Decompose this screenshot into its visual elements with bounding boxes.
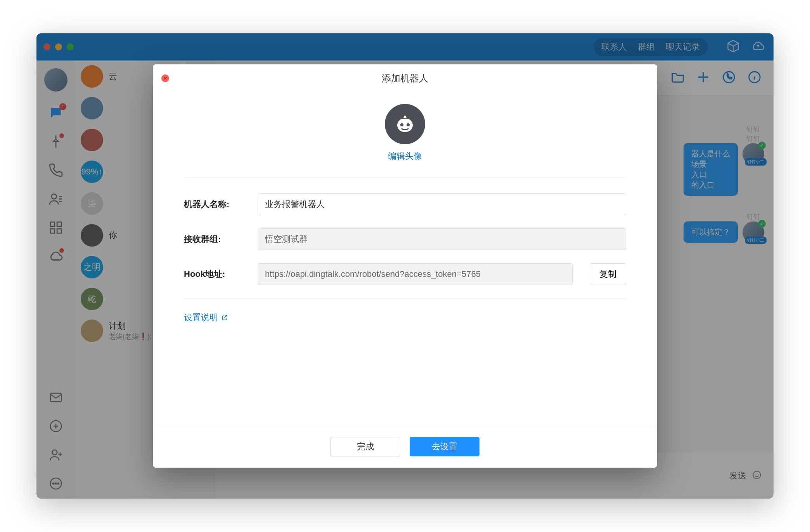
label-group: 接收群组: — [184, 233, 246, 245]
modal-header: ✕ 添加机器人 — [153, 64, 657, 92]
robot-name-input[interactable] — [258, 193, 626, 215]
done-button[interactable]: 完成 — [331, 437, 400, 456]
group-input — [258, 228, 626, 250]
settings-help-link[interactable]: 设置说明 — [184, 312, 228, 323]
modal-title: 添加机器人 — [382, 72, 428, 85]
edit-avatar-link[interactable]: 编辑头像 — [388, 150, 422, 162]
go-settings-button[interactable]: 去设置 — [410, 437, 479, 456]
hook-url-input[interactable] — [258, 263, 573, 285]
robot-avatar — [385, 104, 425, 144]
external-link-icon — [221, 314, 228, 321]
svg-point-16 — [400, 123, 403, 126]
copy-button[interactable]: 复制 — [590, 263, 626, 285]
svg-point-17 — [407, 123, 410, 126]
label-robot-name: 机器人名称: — [184, 199, 246, 210]
modal-overlay: ✕ 添加机器人 编辑头像 — [36, 33, 774, 499]
modal-close-button[interactable]: ✕ — [161, 74, 169, 82]
modal-footer: 完成 去设置 — [153, 425, 657, 468]
add-robot-modal: ✕ 添加机器人 编辑头像 — [153, 64, 657, 468]
label-hook: Hook地址: — [184, 268, 246, 280]
